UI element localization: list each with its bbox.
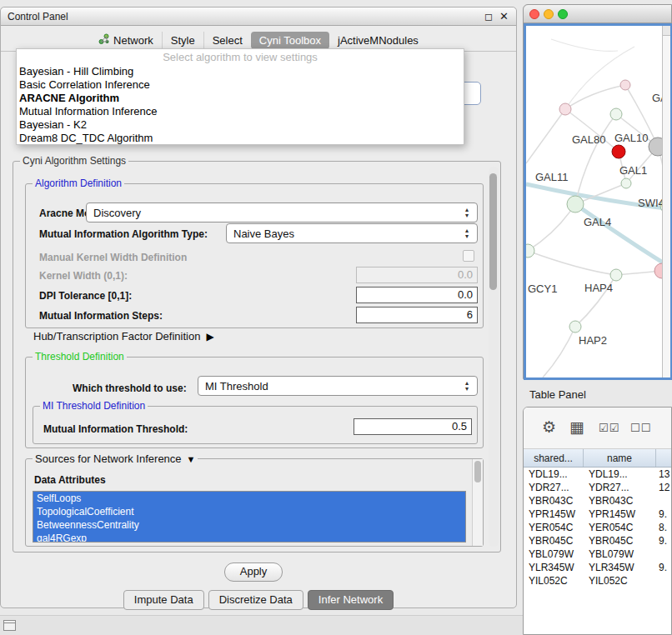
scrollbar-thumb[interactable] (474, 461, 481, 482)
settings-scrollbar[interactable] (489, 167, 499, 547)
tab-network[interactable]: Network (90, 31, 162, 49)
table-cell: YDL19... (524, 468, 584, 481)
table-row[interactable]: YPR145WYPR145W9. (524, 508, 671, 521)
list-item[interactable]: TopologicalCoefficient (33, 505, 465, 518)
network-edge[interactable] (551, 39, 618, 51)
table-cell: 13 (656, 468, 671, 481)
data-attributes-list[interactable]: SelfLoopsTopologicalCoefficientBetweenne… (33, 491, 466, 542)
table-cell: YIL052C (584, 574, 656, 588)
zoom-traffic-light-icon[interactable] (558, 9, 568, 19)
sources-for-network-inference-group: Sources for Network Inference▼ Data Attr… (25, 458, 484, 547)
tab-select[interactable]: Select (203, 32, 251, 49)
mi-threshold-field[interactable]: 0.5 (354, 418, 472, 435)
mi-threshold-definition-group: MI Threshold Definition Mutual Informati… (33, 406, 478, 444)
column-header-shared-name[interactable]: shared... (524, 449, 584, 467)
list-item[interactable]: ARACNE Algorithm (17, 92, 464, 105)
cyni-algorithm-settings-group[interactable]: Cyni Algorithm Settings Algorithm Defini… (13, 161, 501, 552)
scrollbar-arrow-box[interactable] (663, 26, 670, 36)
network-canvas[interactable]: GALGAL80GAL10GAL11GAL1SWI4GAL4GCY1HAP4HA… (524, 23, 672, 380)
network-node[interactable] (526, 244, 534, 258)
tab-discretize-data[interactable]: Discretize Data (208, 590, 303, 610)
table-row[interactable]: YBR045CYBR045C9. (524, 534, 671, 548)
column-header-name[interactable]: name (584, 449, 656, 467)
list-item[interactable]: Dream8 DC_TDC Algorithm (17, 132, 464, 145)
deselect-all-icon[interactable]: ☐☐ (630, 422, 651, 434)
close-window-icon[interactable]: ✕ (499, 10, 509, 22)
minimize-traffic-light-icon[interactable] (544, 9, 554, 19)
network-edge[interactable] (528, 251, 616, 275)
tab-style[interactable]: Style (162, 32, 203, 49)
aracne-mode-combo[interactable]: Discovery (86, 202, 478, 222)
tab-cyni-toolbox[interactable]: Cyni Toolbox (251, 32, 329, 49)
expand-arrow-icon[interactable]: ▶ (206, 331, 213, 342)
kernel-width-label: Kernel Width (0,1): (39, 270, 128, 282)
table-row[interactable]: YDR27...YDR27...12 (524, 481, 671, 494)
list-item[interactable]: Basic Correlation Inference (17, 78, 464, 92)
mi-algorithm-type-combo[interactable]: Naive Bayes (226, 223, 478, 243)
table-cell: YBR045C (584, 534, 656, 548)
network-edge[interactable] (543, 327, 575, 378)
table-row[interactable]: YDL19...YDL19...13 (524, 468, 671, 481)
collapse-arrow-icon[interactable]: ▼ (187, 454, 196, 464)
network-vertical-scrollbar[interactable] (662, 26, 670, 378)
window-title: Control Panel (8, 11, 68, 22)
scrollbar-thumb[interactable] (489, 173, 497, 290)
mi-steps-field[interactable]: 6 (356, 307, 478, 323)
table-row[interactable]: YIL052CYIL052C (524, 574, 671, 588)
table-header-row: shared... name (524, 449, 671, 468)
network-edge[interactable] (528, 204, 575, 251)
table-cell: YBR045C (524, 534, 584, 548)
list-item[interactable]: gal4RGexp (33, 532, 465, 542)
table-row[interactable]: YLR345WYLR345W9. (524, 561, 671, 574)
combo-value: Naive Bayes (233, 228, 294, 240)
list-item[interactable]: BetweennessCentrality (33, 518, 465, 532)
control-panel-titlebar[interactable]: Control Panel ◻ ✕ (1, 8, 516, 26)
network-node[interactable] (612, 145, 625, 158)
list-item[interactable]: SelfLoops (33, 492, 465, 505)
manual-kernel-width-checkbox[interactable] (463, 250, 474, 262)
data-attributes-label: Data Attributes (34, 474, 106, 486)
settings-gear-icon[interactable]: ⚙ (542, 418, 556, 437)
network-edge[interactable] (575, 114, 616, 204)
list-item[interactable]: Bayesian - Hill Climbing (17, 65, 464, 78)
algorithm-definition-group: Algorithm Definition Aracne Mode: Discov… (25, 183, 484, 328)
which-threshold-combo[interactable]: MI Threshold (198, 376, 478, 396)
table-body[interactable]: YDL19...YDL19...13YDR27...YDR27...12YBR0… (524, 468, 671, 634)
table-cell: YPR145W (524, 508, 584, 521)
table-cell: YLR345W (524, 561, 584, 574)
network-edge[interactable] (565, 47, 634, 109)
close-traffic-light-icon[interactable] (529, 9, 539, 19)
table-row[interactable]: YBL079WYBL079W (524, 548, 671, 561)
tab-label: Network (113, 34, 153, 47)
tab-label: Cyni Toolbox (259, 34, 321, 47)
network-node[interactable] (610, 269, 622, 281)
hub-transcription-factor-section[interactable]: Hub/Transcription Factor Definition ▶ (33, 330, 214, 342)
network-graph[interactable]: GALGAL80GAL10GAL11GAL1SWI4GAL4GCY1HAP4HA… (526, 26, 670, 378)
show-columns-icon[interactable]: ▦ (569, 418, 584, 437)
network-node[interactable] (569, 321, 581, 332)
tab-impute-data[interactable]: Impute Data (123, 590, 204, 610)
network-node[interactable] (620, 80, 630, 90)
network-node-label: GAL10 (614, 132, 648, 144)
network-edge[interactable] (575, 204, 670, 269)
apply-button[interactable]: Apply (224, 562, 283, 582)
table-cell: YLR345W (584, 561, 656, 574)
dpi-tolerance-field[interactable]: 0.0 (356, 287, 478, 303)
tab-jactivemnodules[interactable]: jActiveMNodules (329, 32, 427, 49)
network-node[interactable] (621, 178, 631, 188)
select-all-icon[interactable]: ☑☑ (599, 422, 619, 434)
list-item[interactable]: Bayesian - K2 (17, 118, 464, 132)
tab-infer-network[interactable]: Infer Network (308, 590, 394, 610)
network-node[interactable] (610, 108, 622, 120)
network-node[interactable] (567, 196, 584, 212)
network-edge[interactable] (526, 109, 565, 163)
network-node[interactable] (559, 103, 571, 115)
float-window-icon[interactable]: ◻ (484, 11, 493, 22)
panel-dock-icon[interactable] (3, 620, 16, 631)
table-row[interactable]: YER054CYER054C8. (524, 521, 671, 534)
column-header-partial[interactable] (656, 449, 671, 467)
network-window-titlebar[interactable] (524, 5, 671, 23)
list-item[interactable]: Mutual Information Inference (17, 105, 464, 118)
attributes-list-scrollbar[interactable] (472, 459, 483, 546)
table-row[interactable]: YBR043CYBR043C (524, 494, 671, 508)
